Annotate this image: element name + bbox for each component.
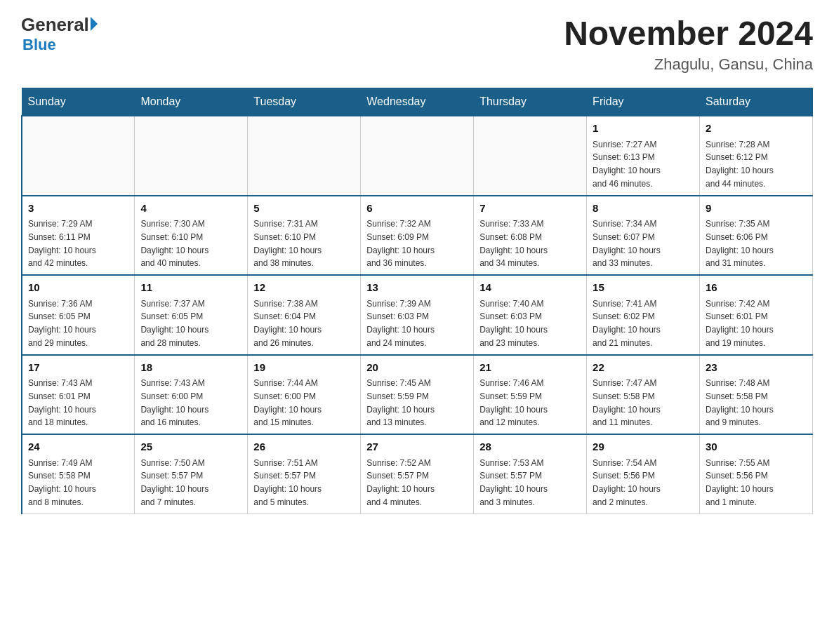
calendar-cell: 30Sunrise: 7:55 AM Sunset: 5:56 PM Dayli… bbox=[700, 434, 813, 514]
page-header: General Blue November 2024 Zhagulu, Gans… bbox=[21, 14, 813, 74]
day-number: 14 bbox=[479, 280, 581, 296]
location: Zhagulu, Gansu, China bbox=[564, 55, 813, 74]
calendar-cell: 22Sunrise: 7:47 AM Sunset: 5:58 PM Dayli… bbox=[587, 355, 700, 435]
month-title: November 2024 bbox=[564, 14, 813, 53]
day-info: Sunrise: 7:43 AM Sunset: 6:00 PM Dayligh… bbox=[140, 378, 208, 427]
calendar-cell bbox=[248, 116, 361, 196]
day-info: Sunrise: 7:39 AM Sunset: 6:03 PM Dayligh… bbox=[366, 299, 435, 348]
calendar-cell: 29Sunrise: 7:54 AM Sunset: 5:56 PM Dayli… bbox=[587, 434, 700, 514]
day-info: Sunrise: 7:53 AM Sunset: 5:57 PM Dayligh… bbox=[479, 458, 548, 507]
day-number: 25 bbox=[140, 439, 241, 455]
calendar-cell: 17Sunrise: 7:43 AM Sunset: 6:01 PM Dayli… bbox=[22, 355, 135, 435]
day-number: 2 bbox=[706, 121, 807, 137]
day-info: Sunrise: 7:49 AM Sunset: 5:58 PM Dayligh… bbox=[28, 458, 96, 507]
day-number: 15 bbox=[593, 280, 694, 296]
calendar-cell: 28Sunrise: 7:53 AM Sunset: 5:57 PM Dayli… bbox=[474, 434, 587, 514]
weekday-header-sunday: Sunday bbox=[22, 88, 135, 116]
calendar-cell: 7Sunrise: 7:33 AM Sunset: 6:08 PM Daylig… bbox=[474, 196, 587, 276]
day-number: 21 bbox=[479, 360, 581, 376]
day-number: 23 bbox=[706, 360, 807, 376]
weekday-header-thursday: Thursday bbox=[474, 88, 587, 116]
calendar-cell: 19Sunrise: 7:44 AM Sunset: 6:00 PM Dayli… bbox=[248, 355, 361, 435]
calendar-cell: 6Sunrise: 7:32 AM Sunset: 6:09 PM Daylig… bbox=[361, 196, 474, 276]
day-number: 26 bbox=[253, 439, 355, 455]
calendar-table: SundayMondayTuesdayWednesdayThursdayFrid… bbox=[21, 88, 813, 514]
calendar-cell: 5Sunrise: 7:31 AM Sunset: 6:10 PM Daylig… bbox=[248, 196, 361, 276]
calendar-cell: 23Sunrise: 7:48 AM Sunset: 5:58 PM Dayli… bbox=[700, 355, 813, 435]
day-info: Sunrise: 7:44 AM Sunset: 6:00 PM Dayligh… bbox=[253, 378, 322, 427]
day-number: 16 bbox=[706, 280, 807, 296]
day-number: 18 bbox=[140, 360, 241, 376]
day-info: Sunrise: 7:47 AM Sunset: 5:58 PM Dayligh… bbox=[593, 378, 661, 427]
day-number: 9 bbox=[706, 201, 807, 217]
calendar-cell: 13Sunrise: 7:39 AM Sunset: 6:03 PM Dayli… bbox=[361, 275, 474, 355]
day-number: 10 bbox=[28, 280, 128, 296]
day-info: Sunrise: 7:48 AM Sunset: 5:58 PM Dayligh… bbox=[706, 378, 774, 427]
calendar-cell: 8Sunrise: 7:34 AM Sunset: 6:07 PM Daylig… bbox=[587, 196, 700, 276]
calendar-cell: 10Sunrise: 7:36 AM Sunset: 6:05 PM Dayli… bbox=[22, 275, 135, 355]
day-number: 20 bbox=[366, 360, 468, 376]
day-number: 6 bbox=[366, 201, 468, 217]
logo-triangle-icon bbox=[91, 17, 98, 31]
calendar-cell: 26Sunrise: 7:51 AM Sunset: 5:57 PM Dayli… bbox=[248, 434, 361, 514]
logo-general-text: General bbox=[21, 14, 89, 36]
calendar-cell: 3Sunrise: 7:29 AM Sunset: 6:11 PM Daylig… bbox=[22, 196, 135, 276]
day-info: Sunrise: 7:32 AM Sunset: 6:09 PM Dayligh… bbox=[366, 219, 435, 268]
day-number: 4 bbox=[140, 201, 241, 217]
calendar-cell: 18Sunrise: 7:43 AM Sunset: 6:00 PM Dayli… bbox=[135, 355, 248, 435]
day-number: 27 bbox=[366, 439, 468, 455]
calendar-cell: 24Sunrise: 7:49 AM Sunset: 5:58 PM Dayli… bbox=[22, 434, 135, 514]
day-number: 28 bbox=[479, 439, 581, 455]
weekday-header-wednesday: Wednesday bbox=[361, 88, 474, 116]
day-info: Sunrise: 7:41 AM Sunset: 6:02 PM Dayligh… bbox=[593, 299, 661, 348]
calendar-week-5: 24Sunrise: 7:49 AM Sunset: 5:58 PM Dayli… bbox=[22, 434, 813, 514]
day-info: Sunrise: 7:42 AM Sunset: 6:01 PM Dayligh… bbox=[706, 299, 774, 348]
weekday-header-monday: Monday bbox=[135, 88, 248, 116]
day-number: 7 bbox=[479, 201, 581, 217]
weekday-header-saturday: Saturday bbox=[700, 88, 813, 116]
day-number: 5 bbox=[253, 201, 355, 217]
calendar-cell: 20Sunrise: 7:45 AM Sunset: 5:59 PM Dayli… bbox=[361, 355, 474, 435]
day-info: Sunrise: 7:30 AM Sunset: 6:10 PM Dayligh… bbox=[140, 219, 208, 268]
calendar-cell: 25Sunrise: 7:50 AM Sunset: 5:57 PM Dayli… bbox=[135, 434, 248, 514]
title-area: November 2024 Zhagulu, Gansu, China bbox=[564, 14, 813, 74]
day-info: Sunrise: 7:46 AM Sunset: 5:59 PM Dayligh… bbox=[479, 378, 548, 427]
calendar-cell: 11Sunrise: 7:37 AM Sunset: 6:05 PM Dayli… bbox=[135, 275, 248, 355]
weekday-header-tuesday: Tuesday bbox=[248, 88, 361, 116]
day-number: 22 bbox=[593, 360, 694, 376]
day-number: 29 bbox=[593, 439, 694, 455]
calendar-cell: 21Sunrise: 7:46 AM Sunset: 5:59 PM Dayli… bbox=[474, 355, 587, 435]
calendar-week-4: 17Sunrise: 7:43 AM Sunset: 6:01 PM Dayli… bbox=[22, 355, 813, 435]
day-number: 3 bbox=[28, 201, 128, 217]
calendar-cell bbox=[135, 116, 248, 196]
calendar-cell: 12Sunrise: 7:38 AM Sunset: 6:04 PM Dayli… bbox=[248, 275, 361, 355]
day-info: Sunrise: 7:33 AM Sunset: 6:08 PM Dayligh… bbox=[479, 219, 548, 268]
day-info: Sunrise: 7:29 AM Sunset: 6:11 PM Dayligh… bbox=[28, 219, 96, 268]
day-info: Sunrise: 7:31 AM Sunset: 6:10 PM Dayligh… bbox=[253, 219, 322, 268]
day-info: Sunrise: 7:40 AM Sunset: 6:03 PM Dayligh… bbox=[479, 299, 548, 348]
calendar-week-1: 1Sunrise: 7:27 AM Sunset: 6:13 PM Daylig… bbox=[22, 116, 813, 196]
day-info: Sunrise: 7:55 AM Sunset: 5:56 PM Dayligh… bbox=[706, 458, 774, 507]
day-info: Sunrise: 7:52 AM Sunset: 5:57 PM Dayligh… bbox=[366, 458, 435, 507]
day-info: Sunrise: 7:36 AM Sunset: 6:05 PM Dayligh… bbox=[28, 299, 96, 348]
day-number: 11 bbox=[140, 280, 241, 296]
calendar-cell bbox=[22, 116, 135, 196]
calendar-cell: 27Sunrise: 7:52 AM Sunset: 5:57 PM Dayli… bbox=[361, 434, 474, 514]
day-number: 13 bbox=[366, 280, 468, 296]
logo: General Blue bbox=[21, 14, 98, 54]
calendar-cell bbox=[474, 116, 587, 196]
day-info: Sunrise: 7:34 AM Sunset: 6:07 PM Dayligh… bbox=[593, 219, 661, 268]
calendar-cell: 1Sunrise: 7:27 AM Sunset: 6:13 PM Daylig… bbox=[587, 116, 700, 196]
day-info: Sunrise: 7:45 AM Sunset: 5:59 PM Dayligh… bbox=[366, 378, 435, 427]
logo-blue-text: Blue bbox=[22, 36, 56, 54]
weekday-header-row: SundayMondayTuesdayWednesdayThursdayFrid… bbox=[22, 88, 813, 116]
day-info: Sunrise: 7:54 AM Sunset: 5:56 PM Dayligh… bbox=[593, 458, 661, 507]
weekday-header-friday: Friday bbox=[587, 88, 700, 116]
day-info: Sunrise: 7:28 AM Sunset: 6:12 PM Dayligh… bbox=[706, 140, 774, 189]
calendar-cell: 16Sunrise: 7:42 AM Sunset: 6:01 PM Dayli… bbox=[700, 275, 813, 355]
day-number: 24 bbox=[28, 439, 128, 455]
day-info: Sunrise: 7:51 AM Sunset: 5:57 PM Dayligh… bbox=[253, 458, 322, 507]
day-number: 17 bbox=[28, 360, 128, 376]
calendar-cell: 9Sunrise: 7:35 AM Sunset: 6:06 PM Daylig… bbox=[700, 196, 813, 276]
day-number: 8 bbox=[593, 201, 694, 217]
